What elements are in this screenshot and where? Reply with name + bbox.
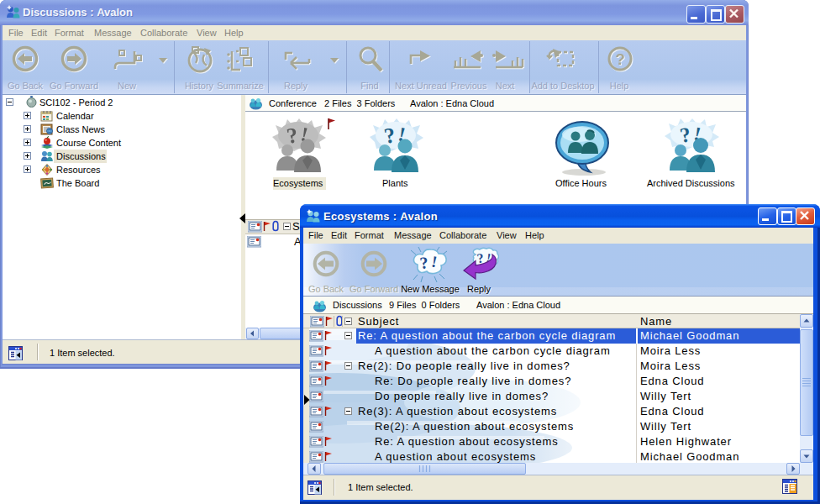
svg-text:?: ? xyxy=(615,50,625,68)
